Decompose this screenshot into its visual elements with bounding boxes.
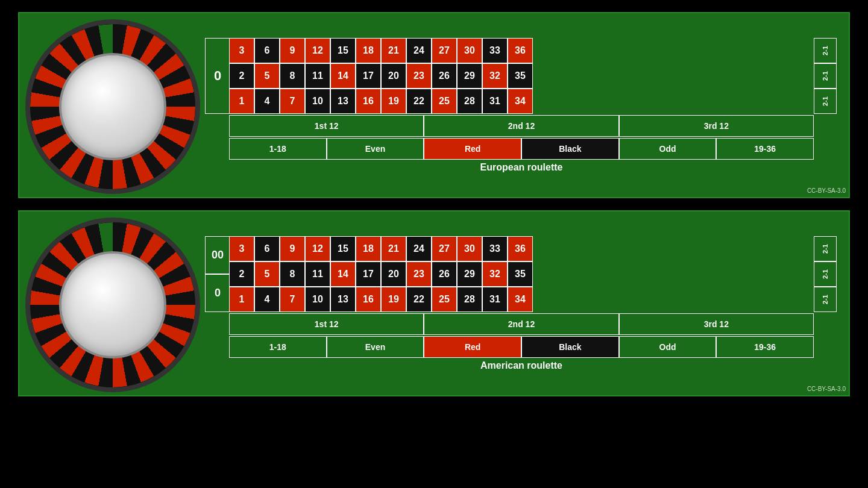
am-number-10[interactable]: 10 — [305, 287, 330, 312]
eu-number-14[interactable]: 14 — [330, 63, 356, 89]
american-19-36[interactable]: 19-36 — [716, 336, 814, 358]
am-number-9[interactable]: 9 — [280, 236, 305, 261]
eu-number-5[interactable]: 5 — [254, 63, 280, 89]
eu-number-24[interactable]: 24 — [406, 38, 432, 63]
american-3rd12[interactable]: 3rd 12 — [619, 313, 814, 335]
american-00[interactable]: 00 — [205, 236, 230, 274]
am-number-31[interactable]: 31 — [482, 287, 508, 312]
am-number-23[interactable]: 23 — [406, 261, 432, 287]
am-number-22[interactable]: 22 — [406, 287, 432, 312]
am-number-15[interactable]: 15 — [330, 236, 356, 261]
am-number-13[interactable]: 13 — [330, 287, 356, 312]
am-number-30[interactable]: 30 — [457, 236, 482, 261]
eu-number-4[interactable]: 4 — [254, 89, 280, 114]
eu-number-33[interactable]: 33 — [482, 38, 508, 63]
european-19-36[interactable]: 19-36 — [716, 138, 814, 160]
am-number-7[interactable]: 7 — [280, 287, 305, 312]
eu-number-18[interactable]: 18 — [356, 38, 381, 63]
eu-number-16[interactable]: 16 — [356, 89, 381, 114]
european-3rd12[interactable]: 3rd 12 — [619, 115, 814, 137]
american-2nd12[interactable]: 2nd 12 — [424, 313, 618, 335]
am-number-3[interactable]: 3 — [229, 236, 254, 261]
eu-number-3[interactable]: 3 — [229, 38, 254, 63]
american-2to1-mid[interactable]: 2-1 — [814, 261, 837, 287]
am-number-27[interactable]: 27 — [432, 236, 457, 261]
eu-number-15[interactable]: 15 — [330, 38, 356, 63]
american-2to1-top[interactable]: 2-1 — [814, 236, 837, 261]
am-number-17[interactable]: 17 — [356, 261, 381, 287]
european-2nd12[interactable]: 2nd 12 — [424, 115, 618, 137]
eu-number-12[interactable]: 12 — [305, 38, 330, 63]
eu-number-31[interactable]: 31 — [482, 89, 508, 114]
european-2to1-bot[interactable]: 2-1 — [814, 89, 837, 114]
am-number-34[interactable]: 34 — [508, 287, 533, 312]
european-black[interactable]: Black — [521, 138, 619, 160]
eu-number-9[interactable]: 9 — [280, 38, 305, 63]
eu-number-19[interactable]: 19 — [381, 89, 406, 114]
eu-number-22[interactable]: 22 — [406, 89, 432, 114]
am-number-35[interactable]: 35 — [508, 261, 533, 287]
am-number-18[interactable]: 18 — [356, 236, 381, 261]
am-number-11[interactable]: 11 — [305, 261, 330, 287]
am-number-28[interactable]: 28 — [457, 287, 482, 312]
eu-number-21[interactable]: 21 — [381, 38, 406, 63]
eu-number-23[interactable]: 23 — [406, 63, 432, 89]
am-number-26[interactable]: 26 — [432, 261, 457, 287]
am-number-4[interactable]: 4 — [254, 287, 280, 312]
am-number-29[interactable]: 29 — [457, 261, 482, 287]
eu-number-8[interactable]: 8 — [280, 63, 305, 89]
american-0[interactable]: 0 — [205, 274, 230, 312]
eu-number-27[interactable]: 27 — [432, 38, 457, 63]
am-number-20[interactable]: 20 — [381, 261, 406, 287]
american-black[interactable]: Black — [521, 336, 619, 358]
am-number-33[interactable]: 33 — [482, 236, 508, 261]
eu-number-34[interactable]: 34 — [508, 89, 533, 114]
american-odd[interactable]: Odd — [619, 336, 717, 358]
eu-number-1[interactable]: 1 — [229, 89, 254, 114]
eu-number-28[interactable]: 28 — [457, 89, 482, 114]
am-number-12[interactable]: 12 — [305, 236, 330, 261]
am-number-1[interactable]: 1 — [229, 287, 254, 312]
european-zero[interactable]: 0 — [205, 38, 230, 114]
eu-number-11[interactable]: 11 — [305, 63, 330, 89]
european-even[interactable]: Even — [327, 138, 424, 160]
eu-number-17[interactable]: 17 — [356, 63, 381, 89]
am-number-5[interactable]: 5 — [254, 261, 280, 287]
eu-number-30[interactable]: 30 — [457, 38, 482, 63]
european-odd[interactable]: Odd — [619, 138, 717, 160]
am-number-32[interactable]: 32 — [482, 261, 508, 287]
am-number-16[interactable]: 16 — [356, 287, 381, 312]
american-1-18[interactable]: 1-18 — [229, 336, 327, 358]
american-even[interactable]: Even — [327, 336, 424, 358]
eu-number-7[interactable]: 7 — [280, 89, 305, 114]
am-number-8[interactable]: 8 — [280, 261, 305, 287]
am-number-2[interactable]: 2 — [229, 261, 254, 287]
european-red[interactable]: Red — [424, 138, 521, 160]
eu-number-10[interactable]: 10 — [305, 89, 330, 114]
eu-number-29[interactable]: 29 — [457, 63, 482, 89]
eu-number-20[interactable]: 20 — [381, 63, 406, 89]
european-2to1-top[interactable]: 2-1 — [814, 38, 837, 63]
eu-number-26[interactable]: 26 — [432, 63, 457, 89]
eu-number-36[interactable]: 36 — [508, 38, 533, 63]
am-number-19[interactable]: 19 — [381, 287, 406, 312]
european-1st12[interactable]: 1st 12 — [229, 115, 424, 137]
european-2to1-mid[interactable]: 2-1 — [814, 63, 837, 89]
am-number-14[interactable]: 14 — [330, 261, 356, 287]
american-2to1-bot[interactable]: 2-1 — [814, 287, 837, 312]
eu-number-35[interactable]: 35 — [508, 63, 533, 89]
european-1-18[interactable]: 1-18 — [229, 138, 327, 160]
eu-number-32[interactable]: 32 — [482, 63, 508, 89]
american-1st12[interactable]: 1st 12 — [229, 313, 424, 335]
am-number-24[interactable]: 24 — [406, 236, 432, 261]
american-red[interactable]: Red — [424, 336, 521, 358]
eu-number-6[interactable]: 6 — [254, 38, 280, 63]
am-number-21[interactable]: 21 — [381, 236, 406, 261]
eu-number-25[interactable]: 25 — [432, 89, 457, 114]
am-number-36[interactable]: 36 — [508, 236, 533, 261]
am-number-6[interactable]: 6 — [254, 236, 280, 261]
eu-number-2[interactable]: 2 — [229, 63, 254, 89]
am-number-25[interactable]: 25 — [432, 287, 457, 312]
european-wheel — [25, 19, 200, 194]
eu-number-13[interactable]: 13 — [330, 89, 356, 114]
